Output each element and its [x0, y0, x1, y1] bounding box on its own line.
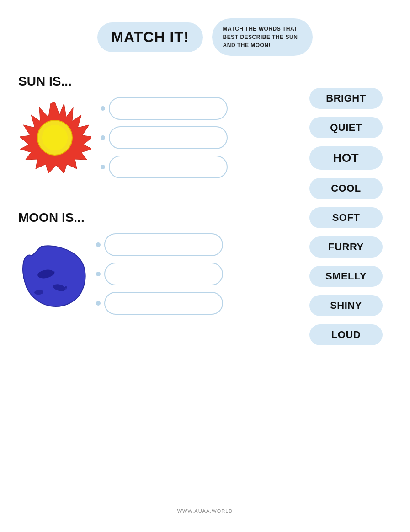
- connector-dot: [101, 135, 105, 140]
- connector-dot: [101, 165, 105, 169]
- sun-label: SUN IS...: [18, 74, 300, 89]
- sun-answer-row-3: [101, 156, 228, 178]
- word-tags-section: BRIGHT QUIET HOT COOL SOFT FURRY SMELLY …: [300, 74, 392, 345]
- connector-dot: [96, 272, 101, 276]
- word-tag-quiet[interactable]: QUIET: [309, 117, 383, 138]
- word-tag-bright[interactable]: BRIGHT: [309, 88, 383, 109]
- footer-url: WWW.AUAA.WORLD: [177, 508, 233, 514]
- sun-answer-box-1[interactable]: [109, 97, 228, 120]
- main-content: SUN IS...: [0, 65, 410, 355]
- word-tag-furry[interactable]: FURRY: [309, 236, 383, 258]
- moon-answer-row-2: [96, 263, 223, 285]
- moon-answer-box-3[interactable]: [104, 292, 223, 315]
- sun-answer-row-1: [101, 97, 228, 120]
- title-text: MATCH IT!: [111, 29, 189, 45]
- sun-answer-row-2: [101, 126, 228, 149]
- moon-answer-row-3: [96, 292, 223, 315]
- word-tag-smelly[interactable]: SMELLY: [309, 266, 383, 287]
- connector-dot: [96, 301, 101, 306]
- left-section: SUN IS...: [18, 74, 300, 345]
- svg-point-2: [42, 125, 68, 150]
- moon-label: MOON IS...: [18, 210, 300, 225]
- moon-answer-box-2[interactable]: [104, 263, 223, 285]
- word-tag-shiny[interactable]: SHINY: [309, 295, 383, 316]
- moon-row: [18, 233, 300, 315]
- sun-section: SUN IS...: [18, 74, 300, 178]
- moon-section: MOON IS...: [18, 210, 300, 315]
- word-tag-cool[interactable]: COOL: [309, 178, 383, 199]
- header: MATCH IT! MATCH THE WORDS THAT BEST DESC…: [0, 0, 410, 65]
- word-tag-soft[interactable]: SOFT: [309, 207, 383, 228]
- moon-answer-row-1: [96, 233, 223, 256]
- connector-dot: [96, 242, 101, 247]
- title-badge: MATCH IT!: [97, 22, 202, 52]
- connector-dot: [101, 106, 105, 111]
- word-tag-hot[interactable]: HOT: [309, 146, 383, 170]
- sun-illustration: [18, 101, 91, 174]
- sun-answer-box-3[interactable]: [109, 156, 228, 178]
- footer: WWW.AUAA.WORLD: [0, 499, 410, 523]
- sun-answer-box-2[interactable]: [109, 126, 228, 149]
- word-tag-loud[interactable]: LOUD: [309, 324, 383, 345]
- moon-answer-box-1[interactable]: [104, 233, 223, 256]
- moon-illustration: [18, 237, 87, 311]
- moon-answer-boxes: [96, 233, 223, 315]
- subtitle-badge: MATCH THE WORDS THAT BEST DESCRIBE THE S…: [212, 18, 313, 56]
- sun-answer-boxes: [101, 97, 228, 178]
- subtitle-text: MATCH THE WORDS THAT BEST DESCRIBE THE S…: [223, 26, 298, 48]
- sun-row: [18, 97, 300, 178]
